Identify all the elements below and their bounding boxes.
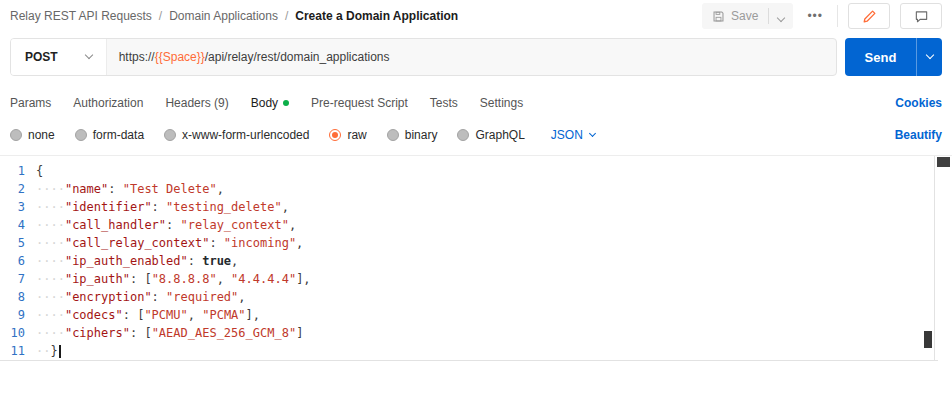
code-line-content: ····"name": "Test Delete", xyxy=(36,180,224,198)
indent-guide: ···· xyxy=(36,218,65,232)
radio-icon xyxy=(457,129,469,141)
chevron-down-icon xyxy=(925,51,933,59)
line-number: 7 xyxy=(0,270,36,288)
code-line-content: ····"call_relay_context": "incoming", xyxy=(36,234,303,252)
code-line-content: { xyxy=(36,162,43,180)
indent-guide: ·· xyxy=(36,344,50,358)
radio-selected-icon xyxy=(329,129,341,141)
code-line-content: ····"ciphers": ["AEAD_AES_256_GCM_8"] xyxy=(36,324,303,342)
tab-pre-request-script[interactable]: Pre-request Script xyxy=(311,96,408,110)
radio-label: GraphQL xyxy=(475,128,524,142)
radio-icon xyxy=(10,129,22,141)
save-options-button[interactable] xyxy=(769,3,793,29)
code-line[interactable]: 1{ xyxy=(0,162,952,180)
indent-guide: ···· xyxy=(36,308,65,322)
url-prefix: https:// xyxy=(119,50,155,64)
send-options-button[interactable] xyxy=(916,38,942,76)
send-button-group: Send xyxy=(845,38,942,76)
breadcrumb-item[interactable]: Domain Applications xyxy=(169,9,278,23)
body-type-raw[interactable]: raw xyxy=(329,128,366,142)
code-line[interactable]: 4····"call_handler": "relay_context", xyxy=(0,216,952,234)
tab-label: Headers (9) xyxy=(165,96,228,110)
chevron-down-icon xyxy=(589,129,596,136)
code-token: "encryption" xyxy=(65,290,152,304)
language-label: JSON xyxy=(551,128,583,142)
code-token: : [ xyxy=(130,326,152,340)
line-number: 2 xyxy=(0,180,36,198)
save-button[interactable]: Save xyxy=(702,3,768,29)
code-line-content: ····"encryption": "required", xyxy=(36,288,246,306)
more-actions-button[interactable]: ••• xyxy=(803,9,827,23)
edit-button[interactable] xyxy=(848,3,890,29)
code-line[interactable]: 7····"ip_auth": ["8.8.8.8", "4.4.4.4"], xyxy=(0,270,952,288)
language-select[interactable]: JSON xyxy=(551,128,595,142)
radio-label: binary xyxy=(405,128,438,142)
comment-button[interactable] xyxy=(900,3,942,29)
code-token: "Test Delete" xyxy=(123,182,217,196)
send-button[interactable]: Send xyxy=(845,38,916,76)
code-line[interactable]: 11··} xyxy=(0,342,952,360)
code-token: "codecs" xyxy=(65,308,123,322)
code-token: , xyxy=(282,200,289,214)
code-line[interactable]: 9····"codecs": ["PCMU", "PCMA"], xyxy=(0,306,952,324)
body-type-x-www-form-urlencoded[interactable]: x-www-form-urlencoded xyxy=(164,128,309,142)
code-token: "identifier" xyxy=(65,200,152,214)
code-line[interactable]: 8····"encryption": "required", xyxy=(0,288,952,306)
tab-settings[interactable]: Settings xyxy=(480,96,523,110)
top-bar: Relay REST API Requests/Domain Applicati… xyxy=(0,0,952,32)
breadcrumb-item[interactable]: Relay REST API Requests xyxy=(10,9,152,23)
code-line[interactable]: 5····"call_relay_context": "incoming", xyxy=(0,234,952,252)
code-line[interactable]: 2····"name": "Test Delete", xyxy=(0,180,952,198)
url-input[interactable]: https://{{Space}}/api/relay/rest/domain_… xyxy=(107,39,836,75)
code-line[interactable]: 10····"ciphers": ["AEAD_AES_256_GCM_8"] xyxy=(0,324,952,342)
tab-headers[interactable]: Headers (9) xyxy=(165,96,228,110)
code-token: : xyxy=(152,290,166,304)
vertical-scrollbar-thumb[interactable] xyxy=(937,157,950,167)
cookies-link[interactable]: Cookies xyxy=(895,96,942,110)
code-line[interactable]: 3····"identifier": "testing_delete", xyxy=(0,198,952,216)
line-number: 11 xyxy=(0,342,36,360)
save-button-label: Save xyxy=(731,9,758,23)
method-select[interactable]: POST xyxy=(11,39,107,75)
body-type-form-data[interactable]: form-data xyxy=(75,128,144,142)
body-type-binary[interactable]: binary xyxy=(387,128,438,142)
tab-authorization[interactable]: Authorization xyxy=(73,96,143,110)
code-token: "name" xyxy=(65,182,108,196)
breadcrumb: Relay REST API Requests/Domain Applicati… xyxy=(10,9,458,23)
code-token: ], xyxy=(246,308,260,322)
radio-label: form-data xyxy=(93,128,144,142)
code-token: , xyxy=(238,290,245,304)
beautify-link[interactable]: Beautify xyxy=(895,128,942,142)
horizontal-scrollbar-thumb[interactable] xyxy=(924,331,932,348)
indent-guide: ···· xyxy=(36,236,65,250)
code-token: , xyxy=(217,182,224,196)
code-line[interactable]: 6····"ip_auth_enabled": true, xyxy=(0,252,952,270)
line-number: 10 xyxy=(0,324,36,342)
indent-guide: ···· xyxy=(36,272,65,286)
radio-icon xyxy=(387,129,399,141)
horizontal-scrollbar-track[interactable] xyxy=(0,360,938,361)
code-token: } xyxy=(50,344,57,358)
breadcrumb-item[interactable]: Create a Domain Application xyxy=(295,9,458,23)
indent-guide: ···· xyxy=(36,326,65,340)
url-control: POST https://{{Space}}/api/relay/rest/do… xyxy=(10,38,837,76)
tab-tests[interactable]: Tests xyxy=(430,96,458,110)
code-line-content: ····"call_handler": "relay_context", xyxy=(36,216,296,234)
code-token: : xyxy=(166,218,180,232)
code-token: "AEAD_AES_256_GCM_8" xyxy=(152,326,297,340)
code-token: "ciphers" xyxy=(65,326,130,340)
tab-params[interactable]: Params xyxy=(10,96,51,110)
code-token: "relay_context" xyxy=(181,218,289,232)
top-actions: Save ••• xyxy=(702,3,942,29)
body-type-graphql[interactable]: GraphQL xyxy=(457,128,524,142)
tab-body[interactable]: Body xyxy=(251,96,289,110)
breadcrumb-separator: / xyxy=(159,9,162,23)
code-token: "PCMU" xyxy=(144,308,187,322)
divider xyxy=(837,5,838,27)
code-token: "PCMA" xyxy=(202,308,245,322)
vertical-scrollbar-track[interactable] xyxy=(934,156,935,360)
body-type-none[interactable]: none xyxy=(10,128,55,142)
code-token: : xyxy=(209,236,223,250)
code-editor[interactable]: 1{2····"name": "Test Delete",3····"ident… xyxy=(0,156,952,403)
radio-label: raw xyxy=(347,128,366,142)
